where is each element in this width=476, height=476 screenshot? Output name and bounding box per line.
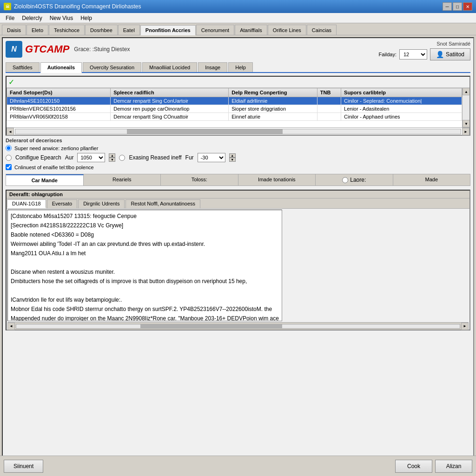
toolbar-tab-imade[interactable]: Imade tonationis [238,174,316,185]
alizan-button[interactable]: Alizan [435,460,472,473]
main-panel: N GTCAMP Grace: :Stuing Diestex Snot Sam… [2,37,474,474]
aur-spin-up[interactable]: ▲ [109,153,115,158]
radio-row-4: Cnlinuest of enaifie tel:tlbo polence [6,164,470,170]
inner-tab-satftides[interactable]: Satftides [6,62,40,72]
top-tab-eatel[interactable]: Eatel [118,25,140,35]
radio-row-1: Super need anwice: zerliono pllanfier [6,145,470,151]
bottom-bar: Siinuent Cook Alizan [0,456,476,476]
cell-2-1: PRfiblenVERC6ES10120156 [7,105,111,113]
toolbar-tab-toloss[interactable]: Toloss: [161,174,238,185]
data-table-container: ✓ Fand Setoper(Ds) Spleece radiflich Del… [6,76,470,136]
menu-delercly[interactable]: Delercly [18,14,46,22]
radio-conifigue[interactable] [6,155,12,161]
menu-help[interactable]: Help [77,14,96,22]
top-tab-cenorument[interactable]: Cenorument [196,25,235,35]
aur-select[interactable]: 1050 900 1200 [77,153,105,162]
close-button[interactable]: ✕ [463,2,472,11]
data-table: Fand Setoper(Ds) Spleece radiflich Delp … [7,88,462,121]
top-tab-dosrhbee[interactable]: Dosrhbee [85,25,118,35]
aur-spin-down[interactable]: ▼ [109,158,115,162]
desc-line-5: Mang2011 OUA Atiu.I a lm het [11,249,279,258]
minimize-button[interactable]: ─ [443,2,452,11]
fur-spin-down[interactable]: ▼ [229,158,236,162]
cell-2-3: Sioper store driggriation [229,105,317,113]
declaration-label: Delerarot of decerisces [6,138,470,143]
menu-new-vius[interactable]: New Vius [46,14,77,22]
desc-hscroll-track [16,324,460,329]
toolbar-tab-made[interactable]: Made [393,174,470,185]
satitod-button[interactable]: 👤 Satiitod [430,48,470,60]
logo-gtcamp-text: GTCAMP [25,43,69,55]
cell-1-5: Cinilor - Seplerad: Conemuciation| [341,97,462,105]
desc-scroll-right[interactable]: ► [461,323,469,330]
table-row[interactable]: Dlhnlan4SE10120150 Demcar renpartt Sing … [7,97,462,105]
title-bar: 🏛 Ziololbin4OSTS Dranoifing Comnagent Di… [0,0,476,13]
desc-line-1: [Cdstoncabo M6sa15207 13315: feoguctie C… [11,212,279,220]
scroll-down-arrow[interactable]: ▼ [463,120,469,127]
table-row[interactable]: PRfiblenVERC6ES10120156 Demosr ren pupge… [7,105,462,113]
hscroll-track [15,129,461,134]
inner-tab-mnaolliiat[interactable]: Mnaolliiat Locided [142,62,197,72]
cell-1-1: Dlhnlan4SE10120150 [7,97,111,105]
menu-file[interactable]: File [2,14,18,22]
scroll-up-arrow[interactable]: ▲ [463,88,469,95]
top-tab-caincias[interactable]: Caincias [307,25,337,35]
col-header-2: Spleece radiflich [111,88,229,97]
inner-tab-autioneails[interactable]: Autioneails [40,62,82,73]
inner-tab-overcity[interactable]: Overcity Sesuration [83,62,141,72]
toolbar-tabs: Car Mande Reariels Toloss: Imade tonatio… [6,174,470,186]
checkbox-cnlinuest[interactable] [6,164,12,170]
config-row: Conifigue Epearch Aur 1050 900 1200 ▲ ▼ [6,153,470,162]
header-right-controls: Snot Samiradé Failday: 12 10 11 13 14 [378,41,470,60]
desc-line-9 [11,286,279,295]
col-header-5: Supors carlibtelp [341,88,462,97]
maximize-button[interactable]: □ [453,2,462,11]
desc-header-label: Deeraflt: ohlagruption [7,191,469,198]
toolbar-tab-car-mande[interactable]: Car Mande [6,174,84,185]
toolbar-tab-laore[interactable]: Laore: [316,174,393,185]
col-header-3: Delp Remg Conperting [229,88,317,97]
top-tab-eleto[interactable]: Eleto [26,25,48,35]
desc-line-6 [11,258,279,267]
menu-bar: File Delercly New Vius Help [0,13,476,23]
cell-3-2: Demcar renpartt Sing COnuattoir [111,113,229,121]
siinuent-button[interactable]: Siinuent [4,460,43,473]
scroll-left-arrow[interactable]: ◄ [7,128,14,135]
cell-3-5: Cinilor - Apphaed urtines [341,113,462,121]
inner-tab-insage[interactable]: Insage [198,62,227,72]
scroll-right-arrow[interactable]: ► [462,128,469,135]
failday-select[interactable]: 12 10 11 13 14 [399,49,427,60]
fur-spin-up[interactable]: ▲ [229,153,236,158]
desc-tab-restot[interactable]: Restot Noffl, Aonuntatinoess [126,199,200,208]
header-section: N GTCAMP Grace: :Stuing Diestex Snot Sam… [6,41,470,60]
bottom-right-buttons: Cook Alizan [395,460,472,473]
top-tab-orifice-lines[interactable]: Orifice Lines [268,25,306,35]
top-tab-daisis[interactable]: Daisis [2,25,26,35]
toolbar-laore-radio[interactable] [342,177,348,183]
desc-content-text[interactable]: [Cdstoncabo M6sa15207 13315: feoguctie C… [7,210,282,321]
title-bar-text: Ziololbin4OSTS Dranoifing Comnagent Dirl… [14,3,141,10]
table-row[interactable]: PRfiblanVVR065l0f20158 Demcar renpartt S… [7,113,462,121]
fur-select[interactable]: -30 -20 -10 0 [198,153,225,162]
col-header-1: Fand Setoper(Ds) [7,88,111,97]
satitod-icon: 👤 [436,51,444,58]
radio-super-need[interactable] [6,145,12,151]
top-tab-pnonfition[interactable]: Pnonfition Accries [140,25,196,35]
cook-button[interactable]: Cook [395,460,432,473]
top-tab-ataniffials[interactable]: Ataniffials [235,25,267,35]
cell-3-1: PRfiblanVVR065l0f20158 [7,113,111,121]
inner-tab-help[interactable]: Help [228,62,253,72]
radio-exasing-label: Exasing Reased ineff [129,154,181,161]
content-area: N GTCAMP Grace: :Stuing Diestex Snot Sam… [0,35,476,476]
desc-tab-eversato[interactable]: Eversato [47,199,77,208]
toolbar-tab-reariels[interactable]: Reariels [84,174,161,185]
top-tab-teshichoce[interactable]: Teshichoce [49,25,85,35]
desc-scroll-left[interactable]: ◄ [7,323,15,330]
toolbar-laore-label: Laore: [350,177,366,183]
desc-tab-dirgnlic[interactable]: Dirgnlic Udrents [78,199,125,208]
table-vscrollbar: ▲ ▼ [462,88,469,127]
fur-spinner: ▲ ▼ [229,153,236,162]
desc-tab-duan[interactable]: DUAN-1G18 [7,199,46,208]
desc-line-4: Weirmowei abiling 'Todel -IT an an cax p… [11,240,279,248]
radio-exasing[interactable] [119,155,125,161]
